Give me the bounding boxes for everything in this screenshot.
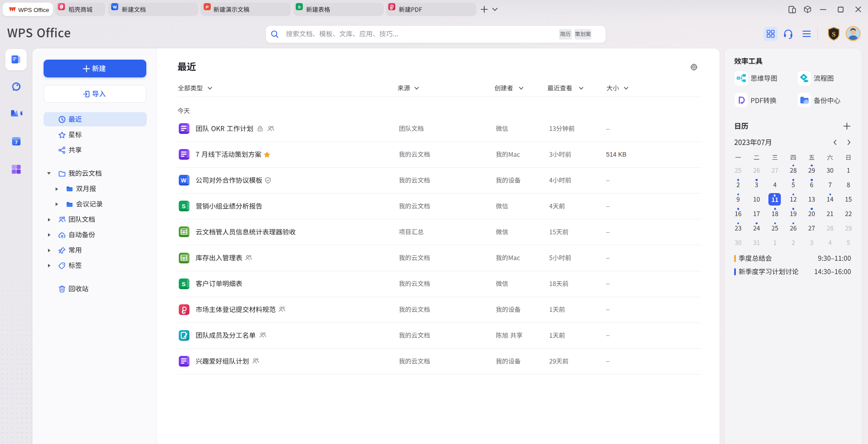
svg-text:S: S <box>182 203 186 210</box>
svg-text:S: S <box>297 4 300 9</box>
svg-text:S: S <box>182 280 186 287</box>
svg-text:W: W <box>113 4 117 9</box>
svg-text:S: S <box>832 31 836 38</box>
svg-text:7: 7 <box>15 140 17 145</box>
svg-text:W: W <box>181 177 187 184</box>
svg-text:P: P <box>206 4 209 9</box>
